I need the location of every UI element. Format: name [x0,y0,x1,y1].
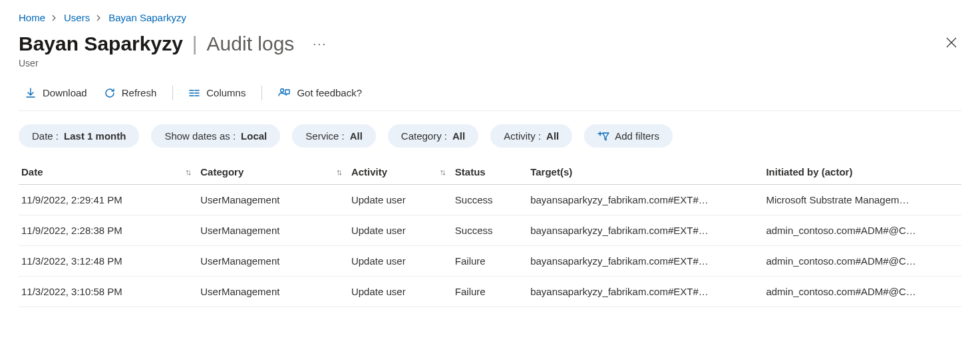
table-row[interactable]: 11/3/2022, 3:10:58 PMUserManagementUpdat… [19,277,961,307]
cell-activity: Update user [349,215,452,246]
cell-initiated: admin_contoso.com#ADM#@C… [763,215,961,246]
filter-showdates-label: Show dates as : [164,130,236,142]
col-initiated-label: Initiated by (actor) [766,166,852,178]
cell-targets: bayansaparkyzy_fabrikam.com#EXT#… [528,246,763,277]
cell-category: UserManagement [198,246,349,277]
filter-showdates[interactable]: Show dates as : Local [151,124,280,148]
filter-date-label: Date : [32,130,59,142]
cell-date: 11/3/2022, 3:10:58 PM [19,277,198,307]
cell-date: 11/3/2022, 3:12:48 PM [19,246,198,277]
filter-category-label: Category : [401,130,447,142]
filter-date[interactable]: Date : Last 1 month [19,124,139,148]
col-status[interactable]: Status [452,160,528,185]
chevron-right-icon [52,15,57,21]
cell-category: UserManagement [198,185,349,215]
cell-initiated: Microsoft Substrate Managem… [763,185,961,215]
columns-label: Columns [206,87,245,98]
breadcrumb-users[interactable]: Users [64,12,90,23]
page-header: Bayan Saparkyzy | Audit logs ··· User [19,33,961,68]
entity-type-label: User [19,58,327,68]
cell-initiated: admin_contoso.com#ADM#@C… [763,246,961,277]
cell-targets: bayansaparkyzy_fabrikam.com#EXT#… [528,215,763,246]
download-button[interactable]: Download [19,83,94,102]
columns-icon [189,88,200,98]
cell-status: Success [452,185,528,215]
download-icon [25,88,36,98]
feedback-button[interactable]: Got feedback? [271,83,369,102]
feedback-label: Got feedback? [297,87,362,98]
breadcrumb: Home Users Bayan Saparkyzy [19,12,961,23]
download-label: Download [43,87,87,98]
command-bar: Download Refresh Columns Got feedback? [19,83,961,111]
filter-service-value: All [350,130,363,142]
col-initiated[interactable]: Initiated by (actor) [763,160,961,185]
filter-activity-label: Activity : [504,130,541,142]
col-targets[interactable]: Target(s) [528,160,763,185]
cell-date: 11/9/2022, 2:29:41 PM [19,185,198,215]
filter-activity-value: All [546,130,559,142]
cell-date: 11/9/2022, 2:28:38 PM [19,215,198,246]
page-subtitle-section: Audit logs [207,33,295,55]
table-row[interactable]: 11/9/2022, 2:29:41 PMUserManagementUpdat… [19,185,961,215]
col-status-label: Status [455,166,486,178]
table-row[interactable]: 11/3/2022, 3:12:48 PMUserManagementUpdat… [19,246,961,277]
col-category-label: Category [200,166,244,178]
cell-category: UserManagement [198,215,349,246]
filter-date-value: Last 1 month [64,130,126,142]
close-button[interactable] [941,33,961,53]
close-icon [945,37,957,49]
more-actions-button[interactable]: ··· [313,37,327,51]
refresh-button[interactable]: Refresh [98,83,164,102]
filter-service-label: Service : [305,130,344,142]
breadcrumb-user[interactable]: Bayan Saparkyzy [108,12,186,23]
filter-category-value: All [452,130,465,142]
filter-add-icon [597,132,609,141]
refresh-icon [104,88,115,98]
sort-icon: ↑↓ [185,167,190,177]
sort-icon: ↑↓ [336,167,341,177]
divider [172,86,173,100]
sort-icon: ↑↓ [440,167,444,177]
cell-targets: bayansaparkyzy_fabrikam.com#EXT#… [528,277,763,307]
add-filters-label: Add filters [615,130,659,142]
col-date[interactable]: Date↑↓ [19,160,198,185]
table-row[interactable]: 11/9/2022, 2:28:38 PMUserManagementUpdat… [19,215,961,246]
cell-activity: Update user [349,246,452,277]
cell-status: Success [452,215,528,246]
title-separator: | [192,33,198,55]
cell-targets: bayansaparkyzy_fabrikam.com#EXT#… [528,185,763,215]
filter-activity[interactable]: Activity : All [490,124,572,148]
chevron-right-icon [96,15,102,21]
breadcrumb-home[interactable]: Home [19,12,45,23]
add-filters-button[interactable]: Add filters [584,124,673,148]
col-date-label: Date [21,166,43,178]
svg-point-0 [281,88,284,92]
cell-status: Failure [452,246,528,277]
filter-service[interactable]: Service : All [292,124,376,148]
cell-category: UserManagement [198,277,349,307]
col-targets-label: Target(s) [530,166,572,178]
col-activity[interactable]: Activity↑↓ [349,160,452,185]
columns-button[interactable]: Columns [182,83,252,102]
cell-activity: Update user [349,277,452,307]
filter-showdates-value: Local [241,130,267,142]
cell-initiated: admin_contoso.com#ADM#@C… [763,277,961,307]
feedback-icon [278,88,290,98]
cell-activity: Update user [349,185,452,215]
divider [261,86,262,100]
filter-category[interactable]: Category : All [388,124,478,148]
audit-logs-table: Date↑↓ Category↑↓ Activity↑↓ Status Targ… [19,160,961,307]
col-category[interactable]: Category↑↓ [198,160,349,185]
cell-status: Failure [452,277,528,307]
col-activity-label: Activity [351,166,387,178]
page-title: Bayan Saparkyzy [19,33,183,55]
filter-bar: Date : Last 1 month Show dates as : Loca… [19,124,961,148]
refresh-label: Refresh [122,87,157,98]
